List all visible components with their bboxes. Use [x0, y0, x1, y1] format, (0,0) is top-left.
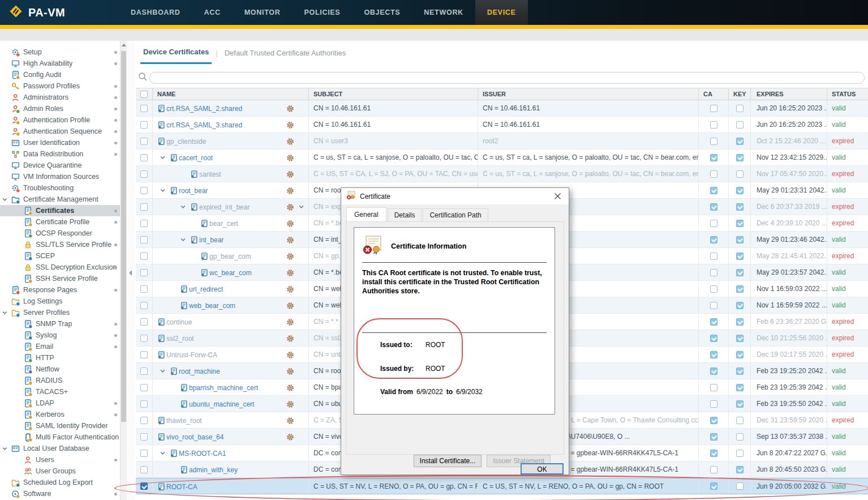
sidebar-item-ssl-decryption-exclusion[interactable]: SSL Decryption Exclusion: [0, 262, 120, 273]
certificate-name-link[interactable]: web_bear_com: [189, 297, 283, 313]
row-checkbox[interactable]: [140, 220, 148, 227]
nav-item-policies[interactable]: POLICIES: [292, 0, 352, 25]
sidebar-item-kerberos[interactable]: Kerberos: [0, 409, 120, 420]
table-row[interactable]: cacert_rootC = us, ST = ca, L = sanjose,…: [136, 149, 868, 166]
certificate-name-link[interactable]: MS-ROOT-CA1: [179, 445, 283, 461]
ca-checkbox[interactable]: [710, 121, 717, 129]
key-checkbox[interactable]: [736, 138, 744, 145]
certificate-name-link[interactable]: root_bear: [179, 182, 283, 198]
sidebar-item-certificate-management[interactable]: Certificate Management: [0, 194, 120, 205]
sidebar-item-password-profiles[interactable]: Password Profiles: [0, 80, 120, 92]
ca-checkbox[interactable]: [710, 318, 717, 326]
key-checkbox[interactable]: [736, 318, 744, 326]
row-checkbox[interactable]: [140, 121, 148, 129]
ca-checkbox[interactable]: [710, 253, 717, 260]
chevron-down-icon[interactable]: [2, 446, 8, 452]
ca-checkbox[interactable]: [710, 351, 717, 358]
key-checkbox[interactable]: [736, 417, 744, 424]
certificate-name-link[interactable]: wc_bear_com: [209, 264, 283, 280]
sidebar-item-log-settings[interactable]: Log Settings: [0, 296, 120, 307]
sidebar-item-saml-identity-provider[interactable]: SAML Identity Provider: [0, 420, 120, 431]
sidebar-item-certificate-profile[interactable]: Certificate Profile: [0, 216, 120, 228]
sidebar-item-users[interactable]: Users: [0, 454, 120, 465]
row-checkbox[interactable]: [140, 170, 148, 178]
key-checkbox[interactable]: [736, 400, 744, 408]
key-checkbox[interactable]: [736, 450, 744, 457]
sidebar-item-http[interactable]: HTTP: [0, 352, 120, 364]
certificate-name-link[interactable]: Untrust-Forw-CA: [166, 347, 283, 362]
tree-expand-icon[interactable]: [160, 445, 166, 461]
sidebar-item-scheduled-log-export[interactable]: Scheduled Log Export: [0, 477, 120, 488]
chevron-down-icon[interactable]: [2, 310, 8, 316]
table-row[interactable]: ROOT-CAC = US, ST = NV, L = RENO, O = PA…: [136, 478, 868, 494]
certificate-name-link[interactable]: thawte_root: [166, 412, 283, 428]
ca-checkbox[interactable]: [710, 220, 717, 227]
key-checkbox[interactable]: [736, 121, 744, 129]
column-header-name[interactable]: NAME: [153, 88, 309, 100]
certificate-name-link[interactable]: continue: [166, 314, 283, 330]
tab-default-trusted-cas[interactable]: Default Trusted Certificate Authorities: [222, 42, 349, 63]
certificate-name-link[interactable]: bear_cert: [209, 215, 283, 231]
tree-expand-icon[interactable]: [160, 149, 166, 165]
row-checkbox[interactable]: [140, 105, 148, 112]
sidebar-item-admin-roles[interactable]: Admin Roles: [0, 103, 120, 114]
tree-expand-icon[interactable]: [180, 199, 186, 215]
certificate-name-link[interactable]: int_bear: [199, 232, 283, 247]
row-checkbox[interactable]: [140, 433, 148, 441]
certificate-name-link[interactable]: vivo_root_base_64: [166, 429, 283, 445]
ca-checkbox[interactable]: [710, 433, 717, 441]
row-checkbox[interactable]: [140, 450, 148, 457]
row-checkbox[interactable]: [140, 400, 148, 408]
ca-checkbox[interactable]: [710, 105, 717, 112]
ca-checkbox[interactable]: [710, 236, 717, 243]
ca-checkbox[interactable]: [710, 466, 717, 473]
certificate-name-link[interactable]: ubuntu_machine_cert: [189, 396, 283, 412]
key-checkbox[interactable]: [736, 482, 744, 490]
sidebar-item-syslog[interactable]: Syslog: [0, 330, 120, 341]
key-checkbox[interactable]: [736, 302, 744, 309]
sidebar-item-scep[interactable]: SCEP: [0, 250, 120, 262]
sidebar-item-user-groups[interactable]: User Groups: [0, 465, 120, 477]
sidebar-item-local-user-database[interactable]: Local User Database: [0, 443, 120, 454]
certificate-name-link[interactable]: ssl2_root: [166, 330, 283, 346]
row-checkbox[interactable]: [140, 367, 148, 375]
row-checkbox[interactable]: [140, 154, 148, 161]
sidebar-item-radius[interactable]: RADIUS: [0, 375, 120, 386]
row-checkbox[interactable]: [140, 187, 148, 194]
sidebar-item-netflow[interactable]: Netflow: [0, 364, 120, 375]
row-checkbox[interactable]: [140, 236, 148, 243]
key-checkbox[interactable]: [736, 367, 744, 375]
nav-item-dashboard[interactable]: DASHBOARD: [119, 0, 192, 25]
tree-expand-icon[interactable]: [160, 363, 166, 379]
dialog-tab-certification-path[interactable]: Certification Path: [423, 208, 488, 221]
key-checkbox[interactable]: [736, 154, 744, 161]
nav-item-acc[interactable]: ACC: [192, 0, 233, 25]
sidebar-item-ldap[interactable]: LDAP: [0, 398, 120, 409]
table-row[interactable]: crt.RSA_SAML_2.sharedCN = 10.46.161.61CN…: [136, 100, 868, 117]
sidebar-item-certificates[interactable]: Certificates: [0, 205, 120, 216]
key-checkbox[interactable]: [736, 187, 744, 194]
sidebar-item-administrators[interactable]: Administrators: [0, 92, 120, 103]
sidebar-item-user-identification[interactable]: User Identification: [0, 137, 120, 148]
chevron-down-icon[interactable]: [2, 196, 8, 203]
key-checkbox[interactable]: [736, 466, 744, 473]
row-checkbox[interactable]: [140, 466, 148, 473]
column-header-key[interactable]: KEY: [729, 88, 751, 100]
ca-checkbox[interactable]: [710, 187, 717, 194]
sidebar-item-ssh-service-profile[interactable]: SSH Service Profile: [0, 273, 120, 284]
row-checkbox[interactable]: [140, 417, 148, 424]
certificate-name-link[interactable]: admin_with_key: [189, 461, 283, 477]
key-checkbox[interactable]: [736, 384, 744, 391]
row-checkbox[interactable]: [140, 318, 148, 326]
row-checkbox[interactable]: [140, 285, 148, 293]
ca-checkbox[interactable]: [710, 482, 717, 490]
close-icon[interactable]: [551, 190, 564, 203]
nav-item-objects[interactable]: OBJECTS: [352, 0, 412, 25]
key-checkbox[interactable]: [736, 269, 744, 276]
sidebar-item-snmp-trap[interactable]: SNMP Trap: [0, 318, 120, 330]
certificate-name-link[interactable]: ROOT-CA: [166, 478, 283, 494]
dialog-tab-details[interactable]: Details: [388, 208, 422, 221]
ca-checkbox[interactable]: [710, 285, 717, 293]
key-checkbox[interactable]: [736, 351, 744, 358]
tree-expand-icon[interactable]: [160, 182, 166, 198]
